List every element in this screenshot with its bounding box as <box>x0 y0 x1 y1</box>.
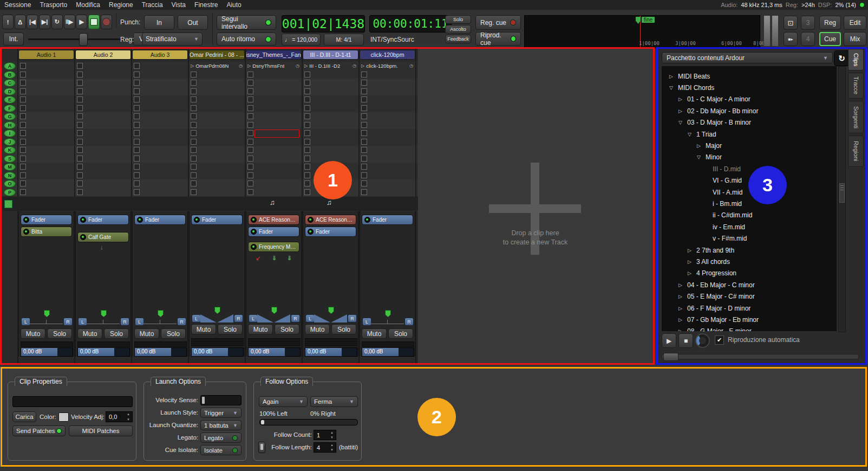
chevron-right-icon[interactable]: ▷ <box>678 317 682 322</box>
empty-clip-slot[interactable] <box>361 156 367 162</box>
plugin-active-led-icon[interactable] <box>80 217 86 223</box>
empty-clip-slot[interactable] <box>20 72 26 78</box>
pan-left-button[interactable]: L <box>249 314 258 322</box>
empty-clip-slot[interactable] <box>191 96 197 102</box>
record-mode-select[interactable]: Stratificato ▼ <box>142 33 203 46</box>
tab-tracce[interactable]: Tracce <box>848 73 864 99</box>
auto-return-button[interactable]: Auto ritorno <box>217 33 276 46</box>
chevron-right-icon[interactable]: ▷ <box>678 282 682 288</box>
menu-item-finestre[interactable]: Finestre <box>190 1 222 9</box>
pan-right-button[interactable]: R <box>63 318 73 326</box>
punch-in-button[interactable]: In <box>144 15 174 30</box>
pan-right-button[interactable]: R <box>120 318 129 326</box>
plugin-active-led-icon[interactable] <box>23 229 29 235</box>
follow-range-button[interactable]: Segui intervallo <box>217 15 276 30</box>
solo-button[interactable]: Solo <box>104 328 129 339</box>
editor-page-button[interactable]: Edit <box>844 16 866 30</box>
processor-fader[interactable]: Fader <box>248 227 299 237</box>
menu-item-trasporto[interactable]: Trasporto <box>35 1 71 9</box>
cue-row-button-C[interactable]: C <box>4 79 16 87</box>
processor-ace-reasonable-sy[interactable]: ACE Reasonable Sy <box>305 215 356 225</box>
punch-out-button[interactable]: Out <box>178 15 208 30</box>
pan-right-button[interactable]: R <box>234 314 243 322</box>
empty-clip-slot[interactable] <box>77 172 83 178</box>
processor-frequency-modula[interactable]: Frequency Modula <box>248 242 299 252</box>
pan-left-button[interactable]: L <box>192 314 201 322</box>
chevron-down-icon[interactable]: ▽ <box>669 85 673 91</box>
layout-3-button[interactable]: 3 <box>801 16 815 30</box>
empty-clip-slot[interactable] <box>304 164 310 170</box>
audition-stop-button[interactable]: ■ <box>678 333 693 348</box>
empty-clip-slot[interactable] <box>247 80 253 86</box>
chevron-right-icon[interactable]: ▷ <box>678 96 682 102</box>
solo-button[interactable]: Solo <box>47 328 72 339</box>
chevron-right-icon[interactable]: ▷ <box>688 259 691 264</box>
empty-clip-slot[interactable] <box>77 139 83 145</box>
empty-clip-slot[interactable] <box>191 130 197 136</box>
velocity-adj-spinner[interactable]: 0,0 ▲▼ <box>106 411 133 422</box>
plugin-active-led-icon[interactable] <box>308 229 314 235</box>
gain-display[interactable]: 0,00 dB <box>134 347 187 357</box>
empty-clip-slot[interactable] <box>20 130 26 136</box>
plugin-active-led-icon[interactable] <box>364 217 370 223</box>
menu-item-sessione[interactable]: Sessione <box>0 1 35 9</box>
empty-clip-slot[interactable] <box>361 130 367 136</box>
audition-volume-knob[interactable] <box>695 333 710 348</box>
empty-clip-slot[interactable] <box>304 105 310 111</box>
tree-item[interactable]: iv - Em.mid <box>662 221 837 233</box>
empty-clip-slot[interactable] <box>247 88 253 94</box>
empty-clip-slot[interactable] <box>304 88 310 94</box>
pan-left-button[interactable]: L <box>362 318 371 326</box>
plugin-active-led-icon[interactable] <box>251 217 257 223</box>
tree-item[interactable]: ▽03 - D Major - B minor <box>662 117 837 128</box>
plugin-active-led-icon[interactable] <box>194 217 200 223</box>
tree-item[interactable]: ▷4 Progression <box>662 268 837 279</box>
color-swatch-button[interactable] <box>58 412 69 422</box>
midi-panic-button[interactable]: ! <box>2 15 14 29</box>
chevron-right-icon[interactable]: ▷ <box>697 143 701 149</box>
stop-all-cues-button[interactable] <box>4 200 12 208</box>
tab-regioni[interactable]: Regioni <box>848 136 864 167</box>
empty-clip-slot[interactable] <box>20 96 26 102</box>
empty-clip-slot[interactable] <box>191 172 197 178</box>
tree-item[interactable]: ▽Minor <box>662 152 837 163</box>
empty-clip-slot[interactable] <box>304 130 310 136</box>
empty-clip-slot[interactable] <box>134 164 140 170</box>
plugin-active-led-icon[interactable] <box>251 229 257 235</box>
loop-button[interactable]: ↻ <box>51 15 63 29</box>
empty-clip-slot[interactable] <box>20 113 26 119</box>
metronome-button[interactable]: Δ <box>15 15 26 29</box>
empty-clip-slot[interactable] <box>20 156 26 162</box>
pan-left-button[interactable]: L <box>78 318 87 326</box>
empty-clip-slot[interactable] <box>134 122 140 128</box>
track-header-5[interactable]: Disney_Themes_-_Fan... <box>246 50 302 60</box>
play-button[interactable]: ▶ <box>76 15 87 29</box>
layout-4-button[interactable]: 4 <box>801 32 815 46</box>
empty-clip-slot[interactable] <box>191 88 197 94</box>
pan-right-button[interactable]: R <box>404 318 414 326</box>
pan-left-button[interactable]: L <box>21 318 30 326</box>
empty-clip-slot[interactable] <box>20 80 26 86</box>
mute-button[interactable]: Muto <box>305 324 330 334</box>
empty-clip-slot[interactable] <box>77 113 83 119</box>
record-button[interactable] <box>101 15 112 29</box>
empty-clip-slot[interactable] <box>20 189 26 195</box>
processor-fader[interactable]: Fader <box>77 215 129 225</box>
menu-item-modifica[interactable]: Modifica <box>71 1 105 9</box>
tree-item[interactable]: ▷02 - Db Major - Bb minor <box>662 105 837 117</box>
processor-fader[interactable]: Fader <box>305 227 356 237</box>
follow-count-spinner[interactable]: 1 ▲▼ <box>314 430 336 440</box>
autoplay-checkbox[interactable]: ✔ <box>715 335 724 345</box>
cue-page-button[interactable]: Cue <box>819 32 841 46</box>
empty-clip-slot[interactable] <box>134 156 140 162</box>
shuttle-units-button[interactable]: Int. <box>3 33 24 46</box>
gain-display[interactable]: 0,00 dB <box>21 347 73 357</box>
processor-fader[interactable]: Fader <box>21 215 72 225</box>
empty-clip-slot[interactable] <box>77 122 83 128</box>
clip-slot[interactable]: ▷DsnyThmsFnt◷ <box>247 62 301 69</box>
empty-clip-slot[interactable] <box>191 156 197 162</box>
empty-clip-slot[interactable] <box>247 130 253 136</box>
play-selection-button[interactable]: ‖▶ <box>64 15 75 29</box>
empty-clip-slot[interactable] <box>20 88 26 94</box>
empty-clip-slot[interactable] <box>361 189 367 195</box>
